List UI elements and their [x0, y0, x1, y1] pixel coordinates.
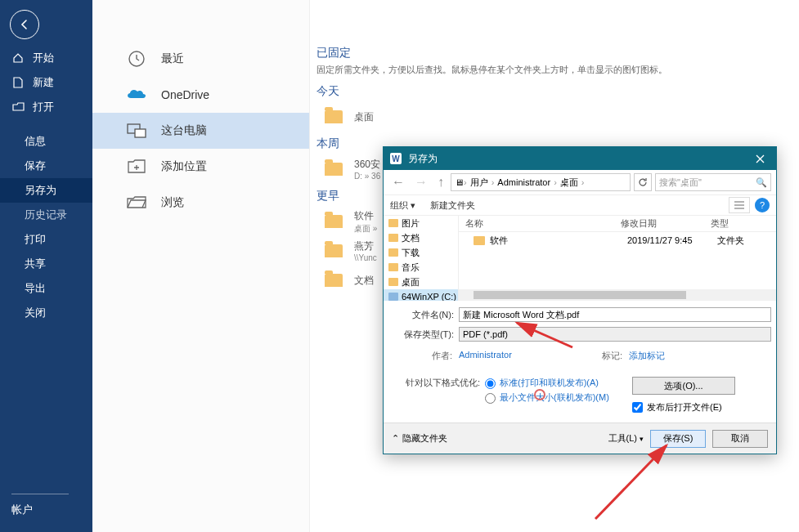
loc-thispc[interactable]: 这台电脑: [92, 113, 309, 149]
savetype-label: 保存类型(T):: [388, 329, 459, 341]
optimize-label: 针对以下格式优化:: [388, 377, 485, 414]
nav-label: 打印: [25, 232, 46, 247]
word-icon: W: [390, 153, 402, 164]
loc-addplace[interactable]: 添加位置: [92, 149, 309, 185]
folder-open-icon: [11, 102, 25, 112]
nav-label: 历史记录: [25, 208, 67, 222]
col-name[interactable]: 名称: [459, 216, 614, 231]
saveas-dialog: W 另存为 ← → ↑ 🖥 ›用户 ›Administrator ›桌面 › 搜…: [383, 146, 777, 454]
pinned-sub: 固定所需文件夹，方便以后查找。鼠标悬停在某个文件夹上方时，单击显示的图钉图标。: [316, 64, 784, 76]
file-icon: [11, 77, 25, 88]
file-list[interactable]: 名称 修改日期 类型 软件 2019/11/27 9:45 文件夹: [459, 216, 776, 301]
search-input[interactable]: 搜索"桌面"🔍: [655, 173, 771, 191]
nav-open[interactable]: 打开: [0, 95, 92, 119]
open-after-label[interactable]: 发布后打开文件(E): [647, 401, 722, 414]
cancel-button[interactable]: 取消: [712, 430, 768, 448]
open-after-checkbox[interactable]: [632, 402, 643, 413]
nav-info[interactable]: 信息: [0, 129, 92, 154]
dialog-title: 另存为: [408, 152, 438, 166]
author-value[interactable]: Administrator: [459, 350, 512, 362]
nav-label: 另存为: [25, 183, 56, 198]
entry-sub: \\Yunc: [354, 253, 377, 262]
nav-print[interactable]: 打印: [0, 227, 92, 252]
loc-browse[interactable]: 浏览: [92, 185, 309, 221]
onedrive-icon: [127, 85, 146, 105]
loc-label: 这台电脑: [161, 123, 207, 138]
loc-label: OneDrive: [161, 88, 209, 101]
loc-recent[interactable]: 最近: [92, 41, 309, 77]
nav-label: 关闭: [25, 306, 46, 320]
entry-label: 软件: [354, 209, 377, 223]
addplace-icon: [127, 157, 146, 177]
view-button[interactable]: [729, 197, 750, 213]
svg-rect-2: [135, 129, 146, 137]
thispc-icon: [127, 121, 146, 141]
nav-label: 新建: [33, 75, 54, 90]
loc-label: 浏览: [161, 195, 184, 210]
nav-saveas[interactable]: 另存为: [0, 178, 92, 203]
nav-up[interactable]: ↑: [434, 173, 447, 191]
tag-value[interactable]: 添加标记: [629, 350, 665, 362]
nav-label: 共享: [25, 257, 46, 271]
folder-icon: [325, 274, 343, 287]
new-folder-button[interactable]: 新建文件夹: [430, 199, 475, 212]
folder-tree[interactable]: 图片 文档 下载 音乐 桌面 64WinXP (C:): [384, 216, 459, 301]
hide-folders-toggle[interactable]: ⌃隐藏文件夹: [392, 432, 447, 445]
close-button[interactable]: [743, 147, 776, 170]
dialog-titlebar[interactable]: W 另存为: [384, 147, 776, 170]
back-button[interactable]: [10, 10, 39, 39]
author-label: 作者:: [388, 350, 459, 362]
entry-sub: 桌面 »: [354, 223, 377, 235]
pinned-header: 已固定: [316, 46, 784, 60]
loc-label: 最近: [161, 51, 184, 66]
nav-export[interactable]: 导出: [0, 276, 92, 301]
nav-label: 导出: [25, 281, 46, 296]
clock-icon: [127, 49, 146, 69]
nav-new[interactable]: 新建: [0, 70, 92, 95]
col-date[interactable]: 修改日期: [614, 216, 704, 231]
radio-minimum-label[interactable]: 最小文件大小(联机发布)(M): [500, 391, 609, 403]
filename-input[interactable]: [459, 307, 771, 322]
radio-standard[interactable]: [485, 378, 496, 389]
nav-back[interactable]: ←: [388, 173, 408, 191]
entry-label: 燕芳: [354, 239, 377, 253]
col-type[interactable]: 类型: [704, 216, 735, 231]
nav-history[interactable]: 历史记录: [0, 203, 92, 227]
folder-icon: [325, 244, 343, 257]
folder-entry[interactable]: 桌面: [325, 102, 784, 132]
help-button[interactable]: ?: [755, 198, 770, 212]
tools-menu[interactable]: 工具(L): [608, 432, 644, 445]
nav-label: 打开: [33, 100, 54, 114]
nav-label: 开始: [33, 51, 54, 65]
entry-label: 文档: [354, 274, 374, 288]
hscrollbar[interactable]: [459, 289, 776, 301]
nav-share[interactable]: 共享: [0, 252, 92, 276]
refresh-button[interactable]: [634, 173, 652, 191]
save-button[interactable]: 保存(S): [650, 430, 706, 448]
nav-close[interactable]: 关闭: [0, 301, 92, 325]
nav-save[interactable]: 保存: [0, 154, 92, 178]
organize-menu[interactable]: 组织 ▾: [390, 199, 415, 212]
folder-icon: [325, 110, 343, 123]
loc-onedrive[interactable]: OneDrive: [92, 77, 309, 113]
breadcrumb[interactable]: 🖥 ›用户 ›Administrator ›桌面 ›: [451, 173, 631, 191]
nav-label: 保存: [25, 159, 46, 173]
pc-icon: 🖥: [455, 177, 464, 187]
tag-label: 标记:: [580, 350, 629, 362]
folder-icon: [474, 236, 485, 245]
radio-standard-label[interactable]: 标准(打印和联机发布)(A): [500, 377, 599, 388]
nav-account[interactable]: 帐户: [11, 494, 69, 517]
loc-label: 添加位置: [161, 159, 207, 174]
location-list: 最近 OneDrive 这台电脑 添加位置 浏览: [92, 0, 310, 532]
file-row[interactable]: 软件 2019/11/27 9:45 文件夹: [459, 232, 776, 248]
today-header: 今天: [316, 84, 784, 99]
folder-icon: [325, 163, 343, 176]
nav-home[interactable]: 开始: [0, 46, 92, 70]
entry-label: 360安: [354, 158, 380, 172]
savetype-dropdown[interactable]: [459, 327, 771, 342]
nav-forward[interactable]: →: [411, 173, 431, 191]
entry-sub: D: » 36: [354, 172, 380, 181]
svg-line-4: [595, 445, 667, 519]
radio-minimum[interactable]: [485, 393, 496, 404]
options-button[interactable]: 选项(O)...: [632, 377, 735, 395]
